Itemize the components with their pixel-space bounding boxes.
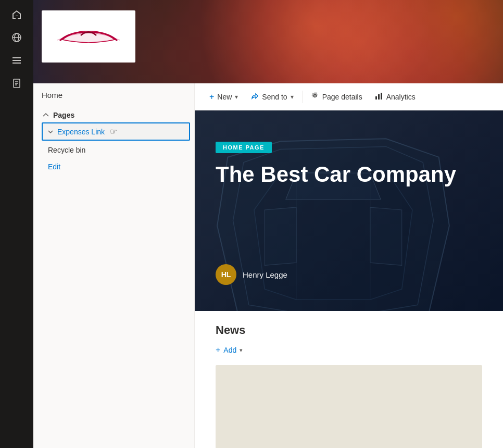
analytics-label: Analytics xyxy=(386,93,416,101)
expenses-link-label: Expenses Link xyxy=(57,128,105,136)
plus-icon: + xyxy=(209,92,214,102)
page-hero-title: The Best Car Company xyxy=(216,163,456,186)
send-to-label: Send to xyxy=(262,93,287,101)
analytics-button[interactable]: Analytics xyxy=(369,89,422,105)
page-hero: HOME PAGE The Best Car Company HL Henry … xyxy=(195,110,503,311)
sidebar-pages-section: Pages xyxy=(33,107,194,121)
page-details-label: Page details xyxy=(322,93,362,101)
pages-label: Pages xyxy=(53,111,74,119)
svg-rect-10 xyxy=(375,96,377,99)
add-label: Add xyxy=(223,346,236,354)
author-avatar: HL xyxy=(216,264,236,285)
toolbar: + New ▾ Send to ▾ xyxy=(195,83,503,110)
page-details-button[interactable]: Page details xyxy=(305,89,369,105)
news-card-placeholder xyxy=(216,365,482,448)
plus-add-icon: + xyxy=(216,345,220,355)
svg-rect-4 xyxy=(12,60,21,61)
toolbar-divider xyxy=(302,91,303,103)
sidebar-recycle-bin[interactable]: Recycle bin xyxy=(33,142,194,158)
send-to-button[interactable]: Send to ▾ xyxy=(244,89,299,105)
cursor-icon: ☞ xyxy=(110,127,117,136)
home-nav-icon[interactable] xyxy=(6,4,27,25)
author-row: HL Henry Legge xyxy=(216,264,287,285)
pages-collapse-icon[interactable] xyxy=(42,111,50,119)
news-title: News xyxy=(216,323,482,337)
sidebar-expenses-link[interactable]: Expenses Link ☞ xyxy=(42,122,190,141)
expenses-chevron-icon xyxy=(47,128,54,135)
page-nav-icon[interactable] xyxy=(6,73,27,94)
homepage-badge: HOME PAGE xyxy=(216,142,272,153)
gear-icon xyxy=(311,92,319,102)
logo-svg xyxy=(49,21,128,52)
analytics-icon xyxy=(375,92,383,102)
new-label: New xyxy=(217,93,232,101)
sidebar-edit[interactable]: Edit xyxy=(33,158,194,175)
svg-rect-5 xyxy=(12,63,21,64)
svg-rect-12 xyxy=(381,93,382,99)
news-section: News + Add ▾ xyxy=(195,311,503,448)
add-chevron-icon: ▾ xyxy=(240,347,243,354)
new-button[interactable]: + New ▾ xyxy=(203,89,244,105)
main-area: Home Pages Expenses Link ☞ xyxy=(33,0,503,448)
svg-rect-3 xyxy=(12,57,21,58)
svg-rect-11 xyxy=(378,94,380,99)
globe-nav-icon[interactable] xyxy=(6,27,27,48)
content-row: Home Pages Expenses Link ☞ xyxy=(33,83,503,448)
hero-banner xyxy=(33,0,503,83)
add-news-button[interactable]: + Add ▾ xyxy=(216,343,482,357)
sidebar: Home Pages Expenses Link ☞ xyxy=(33,83,195,448)
logo-container xyxy=(42,10,135,63)
nav-rail xyxy=(0,0,33,448)
author-name: Henry Legge xyxy=(243,270,287,279)
list-nav-icon[interactable] xyxy=(6,50,27,71)
new-chevron-icon: ▾ xyxy=(235,93,238,101)
share-icon xyxy=(250,92,259,102)
send-to-chevron-icon: ▾ xyxy=(291,93,294,101)
sidebar-home[interactable]: Home xyxy=(33,83,194,107)
page-content: + New ▾ Send to ▾ xyxy=(195,83,503,448)
